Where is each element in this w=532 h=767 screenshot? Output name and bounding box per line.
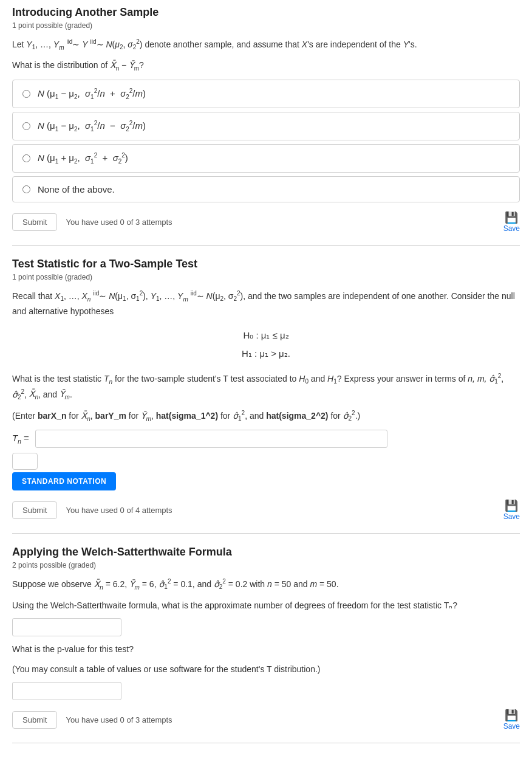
section2-check-btn-row [12,453,520,470]
option1[interactable]: N (μ1 − μ2, σ12/n + σ22/m) [12,80,520,108]
section3-save-label: Save [503,722,520,731]
section2-submit-button[interactable]: Submit [12,501,57,519]
section1-attempts: You have used 0 of 3 attempts [66,218,172,227]
section3-save-link[interactable]: 💾 Save [503,709,520,731]
section3-points: 2 points possible (graded) [12,561,520,569]
section1-question: What is the distribution of X̄n − Ȳm? [12,58,520,74]
section3-question2: What is the p-value for this test? [12,642,520,656]
section2-input-label: Tn = [12,433,29,445]
section3-submit-button[interactable]: Submit [12,711,57,729]
radio-opt2[interactable] [22,122,30,130]
option2-label: N (μ1 − μ2, σ12/n − σ22/m) [38,120,146,132]
section3-submit-left: Submit You have used 0 of 3 attempts [12,711,172,729]
section2-submit-left: Submit You have used 0 of 4 attempts [12,501,172,519]
section2-points: 1 point possible (graded) [12,273,520,281]
option3[interactable]: N (μ1 + μ2, σ12 + σ22) [12,144,520,173]
section3-hint: (You may consult a table of values or us… [12,662,520,676]
section2-recall: Recall that X1, …, Xn iid∼ N(μ1, σ12), Y… [12,289,520,318]
section2-save-label: Save [503,512,520,521]
option4-label: None of the above. [38,184,115,194]
section2-title: Test Statistic for a Two-Sample Test [12,258,520,270]
section2-hint: (Enter barX_n for X̄n, barY_m for Ȳm, h… [12,408,520,424]
option1-label: N (μ1 − μ2, σ12/n + σ22/m) [38,88,146,100]
radio-opt1[interactable] [22,90,30,98]
section2-submit-row: Submit You have used 0 of 4 attempts 💾 S… [12,499,520,521]
radio-opt3[interactable] [22,154,30,162]
section3-degrees-input[interactable] [12,618,121,636]
section2-input-row: Tn = [12,430,520,448]
section1-submit-left: Submit You have used 0 of 3 attempts [12,213,172,231]
section2-save-link[interactable]: 💾 Save [503,499,520,521]
hypothesis-h0: H₀ : μ₁ ≤ μ₂ [12,326,520,345]
section1-points: 1 point possible (graded) [12,21,520,30]
standard-notation-button[interactable]: STANDARD NOTATION [12,472,116,490]
option3-label: N (μ1 + μ2, σ12 + σ22) [38,152,128,165]
section1-save-label: Save [503,224,520,233]
section3-title: Applying the Welch-Satterthwaite Formula [12,546,520,559]
option4[interactable]: None of the above. [12,176,520,202]
save-icon-2: 💾 [505,499,518,512]
hypotheses-block: H₀ : μ₁ ≤ μ₂ H₁ : μ₁ > μ₂. [12,326,520,363]
section3-pvalue-input[interactable] [12,682,121,700]
section2-answer-input[interactable] [35,430,387,448]
section2-question: What is the test statistic Tn for the tw… [12,371,520,402]
section1-submit-button[interactable]: Submit [12,213,57,231]
section2-attempts: You have used 0 of 4 attempts [66,506,172,515]
section-test-statistic: Test Statistic for a Two-Sample Test 1 p… [12,258,520,534]
section3-question1: Using the Welch-Satterthwaite formula, w… [12,599,520,612]
section1-submit-row: Submit You have used 0 of 3 attempts 💾 S… [12,211,520,233]
radio-opt4[interactable] [22,185,30,193]
hypothesis-h1: H₁ : μ₁ > μ₂. [12,345,520,363]
section1-intro: Let Y1, …, Ym iid∼ Y iid∼ N(μ2, σ22) den… [12,37,520,52]
section3-submit-row: Submit You have used 0 of 3 attempts 💾 S… [12,709,520,731]
save-icon-3: 💾 [505,709,518,722]
option2[interactable]: N (μ1 − μ2, σ12/n − σ22/m) [12,112,520,140]
section1-title: Introducing Another Sample [12,6,520,19]
section2-check-button[interactable] [12,453,38,470]
section3-suppose: Suppose we observe X̄n = 6.2, Ȳm = 6, σ… [12,577,520,592]
section-welch-satterthwaite: Applying the Welch-Satterthwaite Formula… [12,546,520,743]
section1-save-link[interactable]: 💾 Save [503,211,520,233]
section3-attempts: You have used 0 of 3 attempts [66,715,172,724]
section-introducing-another-sample: Introducing Another Sample 1 point possi… [12,6,520,246]
save-icon: 💾 [505,211,518,224]
